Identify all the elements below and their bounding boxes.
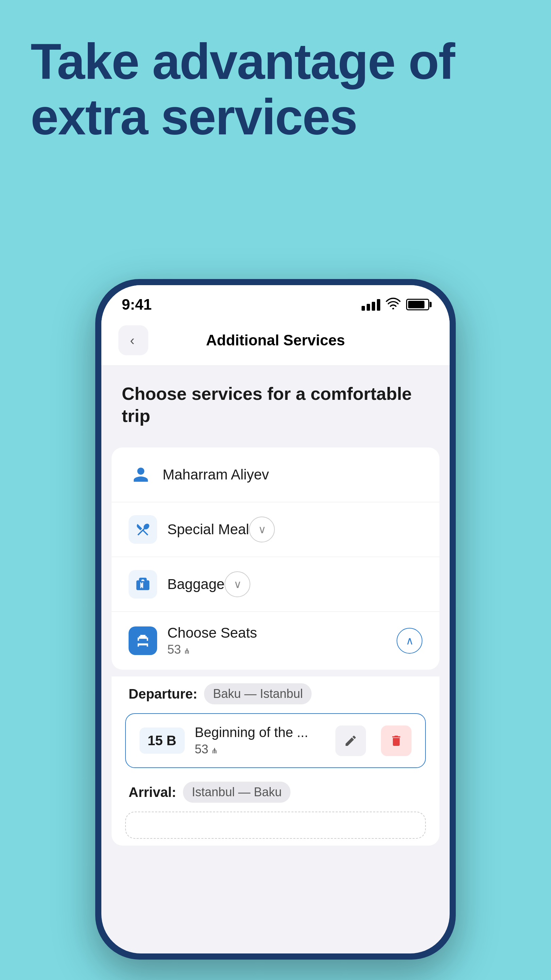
signal-icon: [362, 298, 380, 311]
baggage-icon-wrap: [129, 570, 157, 598]
seats-expanded-section: Departure: Baku — Istanbul 15 B Beginnin…: [111, 676, 440, 846]
chevron-up-icon: ∧: [406, 634, 414, 647]
passenger-name: Maharram Aliyev: [163, 466, 269, 483]
wifi-icon: [386, 297, 401, 312]
arrival-label-row: Arrival: Istanbul — Baku: [111, 775, 440, 808]
choose-seats-chevron-btn[interactable]: ∧: [397, 628, 422, 654]
edit-seat-button[interactable]: [335, 725, 366, 756]
arrival-title: Arrival:: [129, 785, 176, 800]
choose-seats-price: 53 ₼: [167, 643, 397, 657]
svg-point-0: [392, 308, 394, 309]
back-button[interactable]: ‹: [118, 325, 148, 355]
seat-card: 15 B Beginning of the ... 53 ₼: [125, 713, 426, 768]
chevron-down-icon: ∨: [233, 578, 241, 591]
passenger-row: Maharram Aliyev: [111, 447, 440, 502]
hero-section: Take advantage of extra services: [30, 34, 520, 145]
delete-seat-button[interactable]: [381, 725, 411, 756]
phone-screen: 9:41: [102, 285, 449, 953]
empty-seat-placeholder: [125, 811, 426, 839]
departure-title: Departure:: [129, 686, 197, 702]
phone-mockup: 9:41: [95, 279, 456, 959]
back-chevron-icon: ‹: [130, 333, 134, 348]
choose-seats-text: Choose Seats 53 ₼: [167, 625, 397, 657]
seat-icon-wrap: [129, 627, 157, 655]
status-bar: 9:41: [102, 285, 449, 318]
chevron-down-icon: ∨: [258, 523, 266, 536]
baggage-label: Baggage: [167, 576, 224, 592]
nav-bar: ‹ Additional Services: [102, 318, 449, 366]
nav-title: Additional Services: [148, 332, 403, 349]
seat-number-badge: 15 B: [140, 727, 185, 754]
seat-info: Beginning of the ... 53 ₼: [195, 725, 326, 756]
special-meal-chevron-btn[interactable]: ∨: [249, 517, 275, 542]
battery-icon: [406, 299, 429, 310]
special-meal-label: Special Meal: [167, 521, 249, 538]
choose-seats-label: Choose Seats: [167, 625, 397, 641]
meal-icon-wrap: [129, 515, 157, 544]
arrival-route-pill: Istanbul — Baku: [183, 782, 291, 803]
baggage-chevron-btn[interactable]: ∨: [224, 571, 250, 597]
section-header: Choose services for a comfortable trip: [102, 366, 449, 441]
section-heading: Choose services for a comfortable trip: [122, 383, 429, 427]
special-meal-row[interactable]: Special Meal ∨: [111, 502, 440, 557]
status-icons: [362, 297, 429, 312]
seat-price: 53 ₼: [195, 742, 326, 756]
hero-title: Take advantage of extra services: [30, 34, 520, 145]
person-icon: [129, 463, 153, 487]
status-time: 9:41: [122, 296, 152, 313]
seat-description: Beginning of the ...: [195, 725, 326, 740]
departure-label-row: Departure: Baku — Istanbul: [111, 676, 440, 710]
baggage-row[interactable]: Baggage ∨: [111, 557, 440, 612]
choose-seats-row[interactable]: Choose Seats 53 ₼ ∧: [111, 612, 440, 670]
phone-outer-frame: 9:41: [95, 279, 456, 959]
departure-route-pill: Baku — Istanbul: [204, 683, 311, 705]
services-card: Maharram Aliyev Special Meal ∨: [111, 447, 440, 670]
